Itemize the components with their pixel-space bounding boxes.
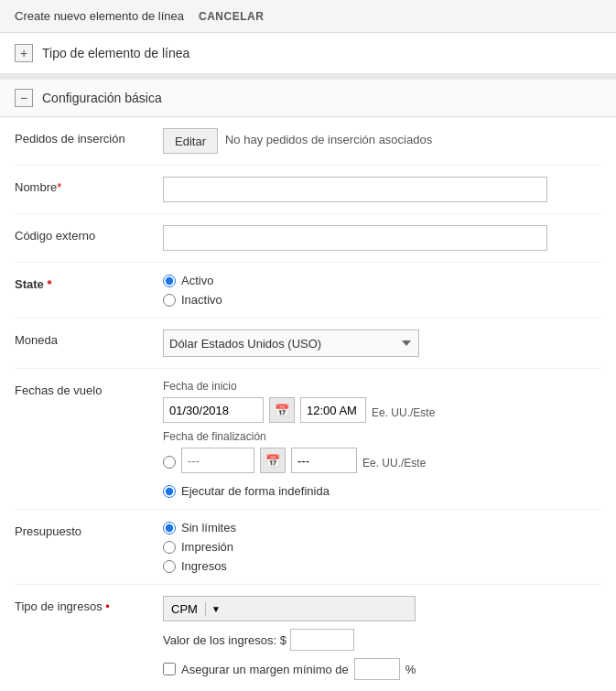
state-content: Activo Inactivo <box>163 274 601 307</box>
presupuesto-impresion-label: Impresión <box>181 540 233 554</box>
pedidos-label: Pedidos de inserción <box>15 128 152 146</box>
ingresos-valor-input[interactable] <box>290 629 354 651</box>
state-activo-label: Activo <box>181 274 213 287</box>
presupuesto-sinlimites-radio[interactable] <box>163 522 176 534</box>
margen-suffix: % <box>405 663 416 676</box>
state-radio-group: Activo Inactivo <box>163 274 222 307</box>
presupuesto-label: Presupuesto <box>15 521 152 538</box>
codigo-externo-label: Código externo <box>15 225 152 243</box>
presupuesto-impresion-radio[interactable] <box>163 541 176 554</box>
state-inactivo-radio[interactable] <box>163 294 176 307</box>
presupuesto-ingresos-option[interactable]: Ingresos <box>163 559 236 573</box>
presupuesto-row: Presupuesto Sin límites Impresión Ingres… <box>15 510 601 585</box>
date-section: Fecha de inicio 📅 Ee. UU./Este Fecha de … <box>163 380 435 498</box>
tipo-ingresos-content: CPM ▼ Valor de los ingresos: $ Asegurar … <box>163 596 601 680</box>
state-label: State * <box>15 274 152 291</box>
collapse-config-button[interactable]: − <box>15 89 33 107</box>
config-section-label: Configuración básica <box>42 91 162 105</box>
cpm-label: CPM <box>164 602 206 616</box>
fechas-vuelo-row: Fechas de vuelo Fecha de inicio 📅 Ee. UU… <box>15 369 601 510</box>
codigo-externo-row: Código externo <box>15 214 601 263</box>
tipo-ingresos-row: Tipo de ingresos • CPM ▼ Valor de los in… <box>15 585 601 691</box>
start-date-label: Fecha de inicio <box>163 380 435 393</box>
end-date-label: Fecha de finalización <box>163 430 435 443</box>
top-bar: Create nuevo elemento de línea CANCELAR <box>0 0 616 33</box>
presupuesto-impresion-option[interactable]: Impresión <box>163 540 236 554</box>
state-activo-radio[interactable] <box>163 275 176 287</box>
start-date-group: Fecha de inicio 📅 Ee. UU./Este <box>163 380 435 423</box>
state-required-star: * <box>44 277 52 291</box>
end-date-group: Fecha de finalización 📅 Ee. UU./Este <box>163 430 435 473</box>
start-timezone: Ee. UU./Este <box>372 402 435 419</box>
indefinida-label: Ejecutar de forma indefinida <box>181 484 330 498</box>
start-date-input[interactable] <box>163 397 264 423</box>
tipo-ingresos-required-star: • <box>103 599 110 613</box>
moneda-row: Moneda Dólar Estados Unidos (USO) <box>15 319 601 369</box>
ingresos-valor-row: Valor de los ingresos: $ <box>163 629 416 651</box>
start-date-row: 📅 Ee. UU./Este <box>163 397 435 423</box>
line-item-type-section: + Tipo de elemento de línea <box>0 33 616 74</box>
cancel-button[interactable]: CANCELAR <box>199 10 264 23</box>
presupuesto-radio-group: Sin límites Impresión Ingresos <box>163 521 236 573</box>
end-date-calendar-button[interactable]: 📅 <box>260 448 286 473</box>
end-date-radio-option[interactable] <box>163 452 176 469</box>
margen-label: Asegurar un margen mínimo de <box>181 663 349 676</box>
codigo-externo-content <box>163 225 601 251</box>
codigo-externo-input[interactable] <box>163 225 547 251</box>
end-date-row: 📅 Ee. UU./Este <box>163 448 435 473</box>
nombre-input[interactable] <box>163 177 547 202</box>
form-section: Pedidos de inserción Editar No hay pedid… <box>0 117 616 691</box>
line-item-type-label: Tipo de elemento de línea <box>42 46 189 60</box>
moneda-label: Moneda <box>15 329 152 347</box>
indefinida-row: Ejecutar de forma indefinida <box>163 484 435 498</box>
page-title: Create nuevo elemento de línea <box>15 9 184 23</box>
start-time-input[interactable] <box>300 397 366 423</box>
presupuesto-content: Sin límites Impresión Ingresos <box>163 521 601 573</box>
expand-line-item-button[interactable]: + <box>15 44 33 62</box>
cpm-arrow-icon: ▼ <box>206 604 226 614</box>
presupuesto-ingresos-radio[interactable] <box>163 560 176 573</box>
nombre-required-star: * <box>57 180 61 194</box>
margen-row: Asegurar un margen mínimo de % <box>163 658 416 680</box>
end-date-input[interactable] <box>181 448 254 473</box>
pedidos-row: Pedidos de inserción Editar No hay pedid… <box>15 117 601 166</box>
start-date-calendar-button[interactable]: 📅 <box>269 397 295 423</box>
no-orders-text: No hay pedidos de inserción asociados <box>225 128 432 146</box>
state-inactivo-option[interactable]: Inactivo <box>163 293 222 307</box>
cpm-group: CPM ▼ Valor de los ingresos: $ Asegurar … <box>163 596 416 680</box>
indefinida-radio[interactable] <box>163 485 176 498</box>
moneda-select[interactable]: Dólar Estados Unidos (USO) <box>163 329 419 357</box>
end-timezone: Ee. UU./Este <box>362 452 426 470</box>
tipo-ingresos-label: Tipo de ingresos • <box>15 596 152 613</box>
ingresos-valor-label: Valor de los ingresos: $ <box>163 633 286 647</box>
margen-input[interactable] <box>354 658 400 680</box>
end-date-custom-radio[interactable] <box>163 456 176 469</box>
editar-button[interactable]: Editar <box>163 128 218 154</box>
pedidos-content: Editar No hay pedidos de inserción asoci… <box>163 128 601 154</box>
cpm-dropdown-button[interactable]: CPM ▼ <box>163 596 416 621</box>
moneda-content: Dólar Estados Unidos (USO) <box>163 329 601 357</box>
state-inactivo-label: Inactivo <box>181 293 222 307</box>
end-time-input[interactable] <box>291 448 357 473</box>
indefinida-option[interactable]: Ejecutar de forma indefinida <box>163 484 330 498</box>
config-section-header: − Configuración básica <box>0 80 616 117</box>
presupuesto-ingresos-label: Ingresos <box>181 559 227 573</box>
nombre-label: Nombre* <box>15 177 152 194</box>
margen-checkbox[interactable] <box>163 663 176 675</box>
fechas-vuelo-content: Fecha de inicio 📅 Ee. UU./Este Fecha de … <box>163 380 601 498</box>
presupuesto-sinlimites-option[interactable]: Sin límites <box>163 521 236 534</box>
fechas-vuelo-label: Fechas de vuelo <box>15 380 152 397</box>
state-activo-option[interactable]: Activo <box>163 274 222 287</box>
nombre-content <box>163 177 601 202</box>
presupuesto-sinlimites-label: Sin límites <box>181 521 236 534</box>
state-row: State * Activo Inactivo <box>15 263 601 319</box>
nombre-row: Nombre* <box>15 166 601 214</box>
